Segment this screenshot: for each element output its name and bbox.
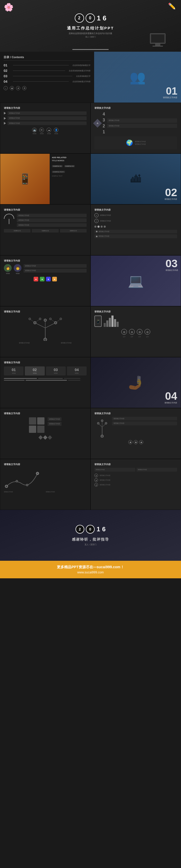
slide-puzzle: 请替换文字内容 请替换文字内容 请替换文字内容 <box>0 408 90 459</box>
slide-ending: 2 0 1 6 感谢聆听，批评指导 某人 / 某部门 <box>0 510 181 561</box>
slide-timeline-left: 请替换文字内容 请替换文字内容 请替换文字内容 <box>0 102 90 154</box>
slide-person-icons: 请替换文字内容 👩 请替换 👨 请替换 请替换文字内容 请替换文字内容 <box>0 255 90 306</box>
info-icon-1: ○ <box>94 213 98 217</box>
year-digit-0: 0 <box>86 13 95 23</box>
puzzle-grid: 请替换文字内容 请替换文字内容 <box>4 417 87 433</box>
info-icon-2: ○ <box>94 219 98 223</box>
tree-svg <box>22 315 68 341</box>
slide-author: 某人 / 某部门 <box>85 36 96 38</box>
bar-chart <box>104 315 119 327</box>
zigzag-svg <box>4 468 43 489</box>
section-03-badge: 03 请替换文字内容 <box>165 258 178 272</box>
circle-icon-2: ◎ <box>129 329 135 335</box>
bottom-shapes <box>4 436 87 439</box>
svg-point-15 <box>60 318 62 320</box>
progress-section <box>4 378 87 381</box>
svg-point-25 <box>16 480 18 482</box>
phone-bg-left: 📱 <box>0 154 50 204</box>
slide-contents: 目录 / Contents 01 点击添加您的标题文字 02 点击添加您的标题文… <box>0 52 181 102</box>
svg-point-13 <box>39 318 41 320</box>
circle-icon-1: ◎ <box>121 329 127 335</box>
circle-icon-3: ◎ <box>137 329 143 335</box>
person-1: 👩 请替换 <box>4 264 12 274</box>
contents-item-2: 02 点击添加您的标题文字内容 <box>4 69 90 72</box>
bottom-icon-3: ◉ <box>139 440 143 444</box>
umbrella-content: 请替换文字内容 请替换文字内容 请替换文字内容 <box>4 214 87 227</box>
pencil-decoration: ✏️ <box>168 3 176 10</box>
progress-dots <box>94 225 177 228</box>
sample-boxes: SAMPLE 01 SAMPLE 02 SAMPLE 03 <box>4 229 87 232</box>
row-icon-2: ● <box>94 478 98 482</box>
year-digit-1: 1 <box>97 14 100 22</box>
end-digit-6: 6 <box>102 526 105 533</box>
puzzle-1 <box>29 417 36 425</box>
svg-point-22 <box>105 422 107 424</box>
svg-point-8 <box>44 338 47 341</box>
orange-icon: ♦ <box>52 277 57 281</box>
bottom-icon-1: ◉ <box>128 440 132 444</box>
green-icon: ♦ <box>40 277 44 281</box>
icon-person: 👤 <box>54 128 58 132</box>
zigzag-labels: 请替换文字内容 请替换文字内容 <box>4 491 87 493</box>
contents-text-3: 点击添加标题文字 <box>76 75 90 78</box>
contents-item-1: 01 点击添加您的标题文字 <box>4 63 90 67</box>
icon-gear: ⚙ <box>22 86 26 90</box>
section-04-badge: 04 请替换文字内容 <box>164 391 177 404</box>
slide-title: 🌸 ✏️ ▬▬▬▬▬▬▬▬▬▬▬▬▬▬ 2 0 1 6 通用工作总结计划PPT … <box>0 0 181 52</box>
phone-icon: 📱 <box>94 315 101 327</box>
timeline-list: 请替换文字内容 请替换文字内容 请替换文字内容 <box>4 112 87 125</box>
contents-number-block: 01 请替换文字内容 <box>163 86 177 99</box>
contents-heading: 目录 / Contents <box>4 55 90 61</box>
person-icon-row: 👩 请替换 👨 请替换 请替换文字内容 请替换文字内容 <box>4 264 87 274</box>
svg-point-21 <box>97 422 99 424</box>
slides-row7: 请替换文字内容 <box>0 306 181 357</box>
contents-num-4: 04 <box>4 80 9 84</box>
info-item-2: ○ 请替换文字内容 <box>94 219 177 223</box>
ending-year: 2 0 1 6 <box>76 525 106 534</box>
contents-text-2: 点击添加您的标题文字内容 <box>69 69 90 72</box>
icon-chart: ◉ <box>10 86 14 90</box>
row-icon-1: ● <box>94 474 98 477</box>
footer-banner: 更多精品PPT资源尽在—sucai999.com！ www.sucai999.c… <box>0 561 181 578</box>
slides-row5: 请替换文字内容 请替换文字内容 请替换文字内容 请替换文字内容 <box>0 205 181 255</box>
slides-row8: 请替换文字内容 01 请替换 02 请替换 03 请替换 04 请替换 <box>0 357 181 408</box>
end-digit-2: 2 <box>76 525 84 534</box>
bottom-icon-2: ◉ <box>134 440 138 444</box>
contents-text-1: 点击添加您的标题文字 <box>72 64 90 67</box>
contents-right: 👥 01 请替换文字内容 <box>94 52 181 102</box>
timeline-item-2: 请替换文字内容 <box>4 116 87 120</box>
phone-bars: 📱 <box>94 315 177 327</box>
end-digit-1: 1 <box>97 526 100 533</box>
slides-row4: 📱 ADD RELATED TITLE WORDS SAMPLE 01 SAMP… <box>0 154 181 205</box>
svg-line-1 <box>35 323 45 328</box>
slide-03-laptop: 💻 03 请替换文字内容 <box>90 255 181 306</box>
sample-tag-2: SAMPLE 02 <box>64 165 75 167</box>
timeline-item-3: 请替换文字内容 <box>4 121 87 125</box>
svg-point-10 <box>54 321 57 324</box>
alpha-num-grid: A 4 3 2 1 请替换文字内容 请替换文字内容 <box>94 112 177 134</box>
footer-line1: 更多精品PPT资源尽在—sucai999.com！ <box>4 565 177 569</box>
world-map-area: 🌍 请替换文字内容 请替换文字内容 <box>94 136 177 149</box>
col-item-1: 01 请替换 <box>4 366 24 375</box>
svg-point-14 <box>50 318 52 320</box>
slide-circle-icons: 请替换文字内容 📱 ◎ ◎ ◎ ◎ <box>90 306 181 357</box>
thanks-text: 感谢聆听，批评指导 <box>72 537 109 542</box>
slide-info-items: 请替换文字内容 ○ 请替换文字内容 ○ 请替换文字内容 <box>90 205 181 255</box>
info-list: ○ 请替换文字内容 ○ 请替换文字内容 <box>94 213 177 223</box>
bottom-icons-row: 💻 请替换 ✉ 请替换 ☁ 请替换 👤 请替换 <box>4 128 87 135</box>
contents-item-3: 03 点击添加标题文字 <box>4 74 90 78</box>
year-display: 2 0 1 6 <box>75 13 107 23</box>
svg-point-23 <box>101 420 103 422</box>
icon-cloud: ☁ <box>47 128 51 132</box>
year-digit-6: 6 <box>103 14 106 22</box>
end-digit-0: 0 <box>86 525 95 534</box>
col-item-3: 03 请替换 <box>46 366 66 375</box>
phone-content-right: ADD RELATED TITLE WORDS SAMPLE 01 SAMPLE… <box>50 154 90 204</box>
contents-num-3: 03 <box>4 74 9 78</box>
puzzle-3 <box>37 417 44 425</box>
svg-point-20 <box>101 435 103 437</box>
ending-subtitle: 某人 / 某部门 <box>85 543 97 546</box>
slides-row9: 请替换文字内容 请替换文字内容 请替换文字内容 <box>0 408 181 459</box>
person-2: 👨 请替换 <box>14 264 22 274</box>
sample-tag-1: SAMPLE 01 <box>52 165 63 167</box>
